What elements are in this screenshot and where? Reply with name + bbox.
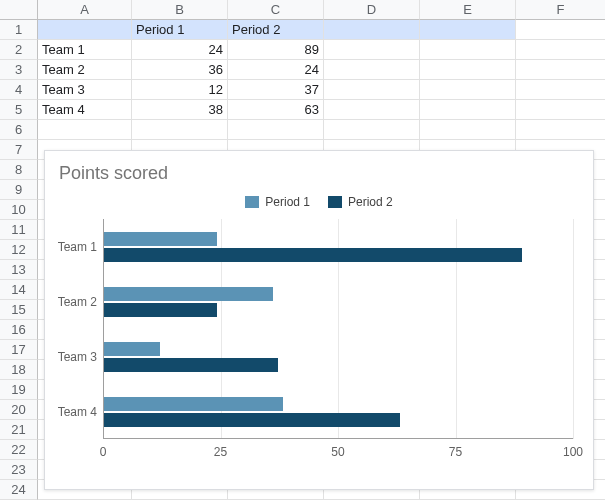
cell-A4[interactable]: Team 3	[38, 80, 132, 100]
row-header-11[interactable]: 11	[0, 220, 38, 240]
legend-label: Period 1	[265, 195, 310, 209]
cell-E2[interactable]	[420, 40, 516, 60]
chart-plot-area: 0255075100Team 1Team 2Team 3Team 4	[103, 219, 573, 459]
row-header-24[interactable]: 24	[0, 480, 38, 500]
cell-F2[interactable]	[516, 40, 605, 60]
bar	[104, 248, 522, 262]
category-label: Team 1	[47, 240, 97, 254]
x-tick-label: 0	[100, 445, 107, 459]
x-axis	[103, 438, 573, 439]
bar	[104, 397, 283, 411]
cell-E5[interactable]	[420, 100, 516, 120]
cell-F1[interactable]	[516, 20, 605, 40]
row-header-18[interactable]: 18	[0, 360, 38, 380]
chart-container[interactable]: Points scored Period 1Period 2 025507510…	[44, 150, 594, 490]
col-header-F[interactable]: F	[516, 0, 605, 20]
row-header-22[interactable]: 22	[0, 440, 38, 460]
cell-C5[interactable]: 63	[228, 100, 324, 120]
cell-C1[interactable]: Period 2	[228, 20, 324, 40]
col-header-E[interactable]: E	[420, 0, 516, 20]
category-label: Team 2	[47, 295, 97, 309]
x-tick-label: 25	[214, 445, 227, 459]
row-header-16[interactable]: 16	[0, 320, 38, 340]
gridline	[573, 219, 574, 439]
row-header-2[interactable]: 2	[0, 40, 38, 60]
row-header-3[interactable]: 3	[0, 60, 38, 80]
row-header-1[interactable]: 1	[0, 20, 38, 40]
chart-legend: Period 1Period 2	[45, 195, 593, 209]
row-header-21[interactable]: 21	[0, 420, 38, 440]
row-header-9[interactable]: 9	[0, 180, 38, 200]
bar	[104, 232, 217, 246]
cell-A2[interactable]: Team 1	[38, 40, 132, 60]
cell-A3[interactable]: Team 2	[38, 60, 132, 80]
cell-D5[interactable]	[324, 100, 420, 120]
chart-title: Points scored	[59, 163, 168, 184]
legend-swatch-icon	[245, 196, 259, 208]
cell-A1[interactable]	[38, 20, 132, 40]
cell-D4[interactable]	[324, 80, 420, 100]
corner-cell[interactable]	[0, 0, 38, 20]
cell-E6[interactable]	[420, 120, 516, 140]
legend-label: Period 2	[348, 195, 393, 209]
cell-F5[interactable]	[516, 100, 605, 120]
col-header-D[interactable]: D	[324, 0, 420, 20]
cell-B1[interactable]: Period 1	[132, 20, 228, 40]
cell-B2[interactable]: 24	[132, 40, 228, 60]
cell-C3[interactable]: 24	[228, 60, 324, 80]
bar	[104, 342, 160, 356]
legend-item: Period 2	[328, 195, 393, 209]
bar	[104, 413, 400, 427]
row-header-12[interactable]: 12	[0, 240, 38, 260]
row-header-14[interactable]: 14	[0, 280, 38, 300]
x-tick-label: 75	[449, 445, 462, 459]
col-header-B[interactable]: B	[132, 0, 228, 20]
row-header-15[interactable]: 15	[0, 300, 38, 320]
col-header-C[interactable]: C	[228, 0, 324, 20]
row-header-23[interactable]: 23	[0, 460, 38, 480]
cell-C6[interactable]	[228, 120, 324, 140]
row-header-6[interactable]: 6	[0, 120, 38, 140]
cell-D6[interactable]	[324, 120, 420, 140]
cell-B6[interactable]	[132, 120, 228, 140]
x-tick-label: 100	[563, 445, 583, 459]
legend-item: Period 1	[245, 195, 310, 209]
cell-A6[interactable]	[38, 120, 132, 140]
category-label: Team 4	[47, 405, 97, 419]
row-header-13[interactable]: 13	[0, 260, 38, 280]
legend-swatch-icon	[328, 196, 342, 208]
x-tick-label: 50	[331, 445, 344, 459]
cell-F6[interactable]	[516, 120, 605, 140]
cell-E1[interactable]	[420, 20, 516, 40]
cell-F4[interactable]	[516, 80, 605, 100]
cell-B4[interactable]: 12	[132, 80, 228, 100]
cell-C4[interactable]: 37	[228, 80, 324, 100]
cell-D1[interactable]	[324, 20, 420, 40]
bar	[104, 358, 278, 372]
cell-D2[interactable]	[324, 40, 420, 60]
cell-A5[interactable]: Team 4	[38, 100, 132, 120]
row-header-4[interactable]: 4	[0, 80, 38, 100]
row-header-10[interactable]: 10	[0, 200, 38, 220]
row-header-20[interactable]: 20	[0, 400, 38, 420]
row-header-17[interactable]: 17	[0, 340, 38, 360]
category-label: Team 3	[47, 350, 97, 364]
cell-C2[interactable]: 89	[228, 40, 324, 60]
col-header-A[interactable]: A	[38, 0, 132, 20]
cell-E4[interactable]	[420, 80, 516, 100]
bar	[104, 287, 273, 301]
cell-E3[interactable]	[420, 60, 516, 80]
row-header-5[interactable]: 5	[0, 100, 38, 120]
row-header-19[interactable]: 19	[0, 380, 38, 400]
cell-B5[interactable]: 38	[132, 100, 228, 120]
cell-F3[interactable]	[516, 60, 605, 80]
bar	[104, 303, 217, 317]
row-header-8[interactable]: 8	[0, 160, 38, 180]
cell-B3[interactable]: 36	[132, 60, 228, 80]
cell-D3[interactable]	[324, 60, 420, 80]
row-header-7[interactable]: 7	[0, 140, 38, 160]
